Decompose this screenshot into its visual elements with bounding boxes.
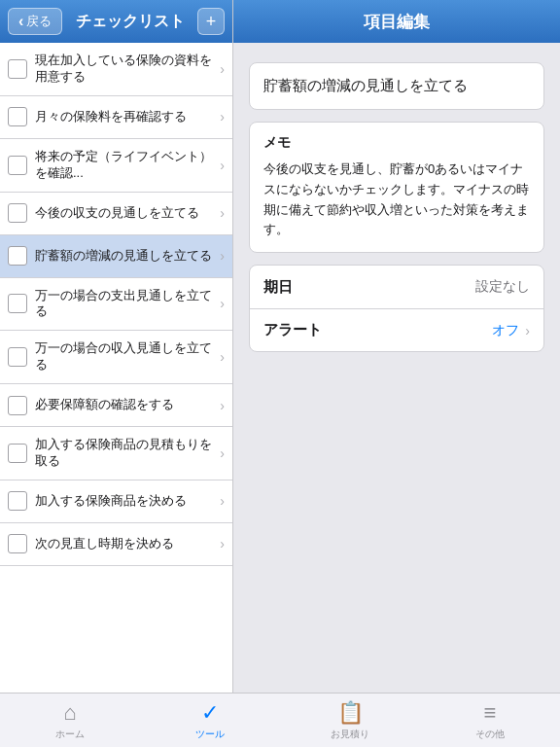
due-date-value: 設定なし [475, 278, 530, 296]
home-icon: ⌂ [63, 700, 76, 726]
right-panel-title: 項目編集 [364, 11, 430, 33]
back-button[interactable]: 戻る [8, 8, 62, 35]
home-label: ホーム [55, 728, 85, 741]
tab-tool[interactable]: ✓ ツール [140, 694, 280, 747]
right-content: 貯蓄額の増減の見通しを立てる メモ 今後の収支を見通し、貯蓄が0あるいはマイナス… [233, 43, 560, 693]
checklist-item[interactable]: 万一の場合の収入見通しを立てる › [0, 331, 232, 384]
due-date-row[interactable]: 期日 設定なし [250, 266, 543, 308]
checklist-item[interactable]: 将来の予定（ライフイベント）を確認... › [0, 139, 232, 193]
tab-other[interactable]: ≡ その他 [420, 694, 560, 747]
left-panel: 戻る チェックリスト + 現在加入している保険の資料を用意する › 月々の保険料… [0, 0, 233, 693]
item-text: 加入する保険商品の見積もりを取る [35, 437, 216, 470]
alert-value: オフ › [492, 322, 530, 339]
checklist-item[interactable]: 万一の場合の支出見通しを立てる › [0, 278, 232, 332]
left-panel-title: チェックリスト [62, 12, 197, 32]
chevron-icon: › [220, 398, 225, 413]
item-text: 加入する保険商品を決める [35, 493, 216, 510]
checkbox[interactable] [8, 294, 27, 313]
content-area: 戻る チェックリスト + 現在加入している保険の資料を用意する › 月々の保険料… [0, 0, 560, 693]
right-header: 項目編集 [233, 0, 560, 43]
tab-home[interactable]: ⌂ ホーム [0, 694, 140, 747]
checkbox[interactable] [8, 107, 27, 126]
checkbox[interactable] [8, 203, 27, 223]
checklist-item[interactable]: 今後の収支の見通しを立てる › [0, 193, 232, 235]
item-text: 今後の収支の見通しを立てる [35, 205, 216, 222]
alert-chevron-icon: › [525, 323, 530, 338]
item-text: 貯蓄額の増減の見通しを立てる [35, 248, 216, 265]
checkbox[interactable] [8, 534, 27, 553]
checklist-item[interactable]: 必要保障額の確認をする › [0, 384, 232, 427]
chevron-icon: › [220, 349, 225, 365]
checklist-item[interactable]: 次の見直し時期を決める › [0, 523, 232, 566]
checklist-item[interactable]: 貯蓄額の増減の見通しを立てる › [0, 235, 232, 278]
tab-bar: ⌂ ホーム ✓ ツール 📋 お見積り ≡ その他 [0, 693, 560, 747]
item-text: 将来の予定（ライフイベント）を確認... [35, 149, 216, 182]
estimate-label: お見積り [331, 728, 369, 741]
tab-estimate[interactable]: 📋 お見積り [280, 694, 420, 747]
checkbox[interactable] [8, 444, 27, 463]
chevron-icon: › [220, 158, 225, 173]
chevron-icon: › [220, 205, 225, 221]
add-item-button[interactable]: + [197, 8, 225, 35]
checkbox[interactable] [8, 347, 27, 367]
item-text: 万一の場合の収入見通しを立てる [35, 340, 216, 374]
other-label: その他 [475, 728, 505, 741]
app-container: 戻る チェックリスト + 現在加入している保険の資料を用意する › 月々の保険料… [0, 0, 560, 747]
item-text: 必要保障額の確認をする [35, 397, 216, 413]
right-panel: 項目編集 貯蓄額の増減の見通しを立てる メモ 今後の収支を見通し、貯蓄が0あるい… [233, 0, 560, 693]
checkbox[interactable] [8, 59, 27, 79]
other-icon: ≡ [484, 700, 497, 726]
item-text: 次の見直し時期を決める [35, 536, 216, 552]
due-date-label: 期日 [263, 278, 475, 297]
checklist-item[interactable]: 月々の保険料を再確認する › [0, 96, 232, 139]
checkbox[interactable] [8, 491, 27, 511]
checkbox[interactable] [8, 246, 27, 266]
chevron-icon: › [220, 61, 225, 77]
memo-label: メモ [263, 134, 530, 152]
checklist: 現在加入している保険の資料を用意する › 月々の保険料を再確認する › 将来の予… [0, 43, 232, 693]
item-text: 現在加入している保険の資料を用意する [35, 53, 216, 86]
chevron-icon: › [220, 296, 225, 311]
item-title-box[interactable]: 貯蓄額の増減の見通しを立てる [249, 62, 544, 110]
checklist-item[interactable]: 加入する保険商品の見積もりを取る › [0, 427, 232, 480]
checklist-item[interactable]: 加入する保険商品を決める › [0, 480, 232, 523]
memo-box: メモ 今後の収支を見通し、貯蓄が0あるいはマイナスにならないかチェックします。マ… [249, 122, 544, 253]
memo-content: 今後の収支を見通し、貯蓄が0あるいはマイナスにならないかチェックします。マイナス… [263, 160, 530, 240]
settings-box: 期日 設定なし アラート オフ › [249, 265, 544, 352]
checklist-item[interactable]: 現在加入している保険の資料を用意する › [0, 43, 232, 96]
left-header: 戻る チェックリスト + [0, 0, 232, 43]
chevron-icon: › [220, 109, 225, 124]
checkbox[interactable] [8, 396, 27, 415]
tool-label: ツール [195, 728, 225, 741]
chevron-icon: › [220, 248, 225, 264]
chevron-icon: › [220, 536, 225, 551]
tool-icon: ✓ [201, 700, 219, 726]
checkbox[interactable] [8, 156, 27, 175]
item-text: 月々の保険料を再確認する [35, 109, 216, 125]
item-text: 万一の場合の支出見通しを立てる [35, 288, 216, 321]
chevron-icon: › [220, 445, 225, 461]
alert-row[interactable]: アラート オフ › [250, 308, 543, 351]
chevron-icon: › [220, 493, 225, 509]
alert-label: アラート [263, 321, 492, 339]
estimate-icon: 📋 [337, 700, 364, 726]
